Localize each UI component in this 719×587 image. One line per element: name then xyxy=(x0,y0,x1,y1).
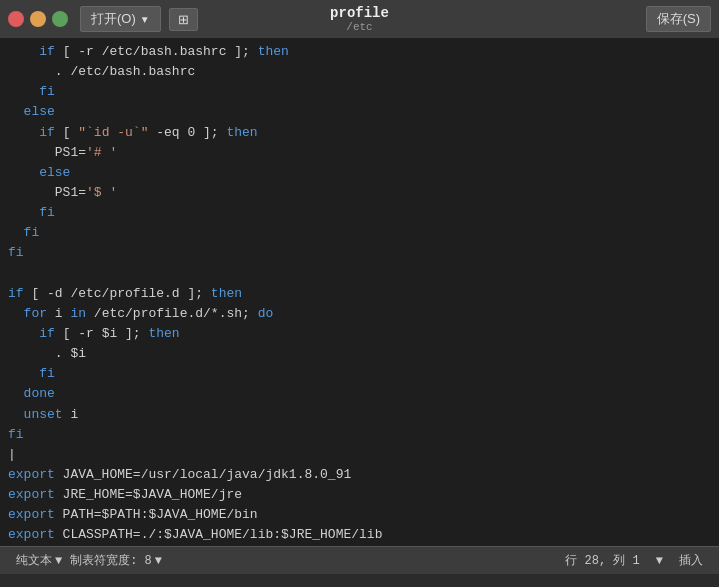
editor-area[interactable]: if [ -r /etc/bash.bashrc ]; then . /etc/… xyxy=(0,38,719,546)
title-center: profile /etc xyxy=(330,5,389,33)
open-label: 打开(O) xyxy=(91,10,136,28)
statusbar: 纯文本 ▼ 制表符宽度: 8 ▼ 行 28, 列 1 ▼ 插入 xyxy=(0,546,719,574)
toolbar-icon-button[interactable]: ⊞ xyxy=(169,8,198,31)
tab-width-arrow: ▼ xyxy=(155,554,162,568)
filetype-item[interactable]: 纯文本 ▼ xyxy=(16,552,62,569)
status-right: 行 28, 列 1 ▼ 插入 xyxy=(565,552,703,569)
titlebar: 打开(O) ▼ ⊞ profile /etc 保存(S) xyxy=(0,0,719,38)
filename: profile xyxy=(330,5,389,21)
window-controls xyxy=(8,11,68,27)
filepath: /etc xyxy=(330,21,389,33)
maximize-button[interactable] xyxy=(52,11,68,27)
edit-mode: 插入 xyxy=(679,552,703,569)
minimize-button[interactable] xyxy=(30,11,46,27)
cursor-position: 行 28, 列 1 xyxy=(565,552,639,569)
filetype-label: 纯文本 xyxy=(16,552,52,569)
open-button[interactable]: 打开(O) ▼ xyxy=(80,6,161,32)
tab-width-label: 制表符宽度: 8 xyxy=(70,552,152,569)
open-dropdown-arrow: ▼ xyxy=(140,14,150,25)
filetype-arrow: ▼ xyxy=(55,554,62,568)
close-button[interactable] xyxy=(8,11,24,27)
tab-width-item[interactable]: 制表符宽度: 8 ▼ xyxy=(70,552,162,569)
save-button[interactable]: 保存(S) xyxy=(646,6,711,32)
position-arrow: ▼ xyxy=(656,554,663,568)
